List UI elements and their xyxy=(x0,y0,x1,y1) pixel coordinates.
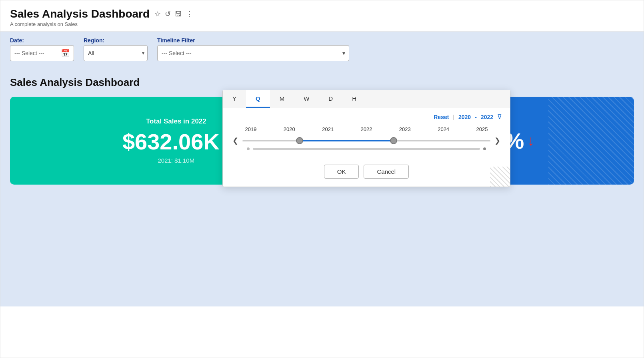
tab-D[interactable]: D xyxy=(319,90,342,108)
slider-left-arrow[interactable]: ❮ xyxy=(231,136,240,145)
slider-right-arrow[interactable]: ❯ xyxy=(493,136,502,145)
page-title: Sales Analysis Dashboard xyxy=(10,8,150,20)
year-2019: 2019 xyxy=(243,126,259,132)
ok-button[interactable]: OK xyxy=(324,165,359,179)
save-icon[interactable]: 🖫 xyxy=(175,10,182,18)
kpi-total-sales-sub: 2021: $1.10M xyxy=(158,157,194,164)
header-icons: ☆ ↺ 🖫 ⋮ xyxy=(154,10,193,18)
year-2022: 2022 xyxy=(358,126,374,132)
dashboard-section-title: Sales Analysis Dashboard xyxy=(10,76,634,89)
region-filter-label: Region: xyxy=(84,37,148,44)
kpi-percentage-arrow: ↓ xyxy=(527,132,534,149)
region-select-wrapper: All North South East West ▾ xyxy=(84,45,148,61)
kpi-total-sales-value-row: $632.06K ↓ xyxy=(122,129,230,155)
date-filter-group: Date: --- Select --- 📅 xyxy=(10,37,74,61)
slider-thumb-left[interactable] xyxy=(296,137,303,144)
slider-thumb-right[interactable] xyxy=(390,137,397,144)
region-filter-group: Region: All North South East West ▾ xyxy=(84,37,148,61)
filter-bar: Date: --- Select --- 📅 Region: All North… xyxy=(0,32,644,67)
range-control-row: Reset | 2020 - 2022 ⊽ xyxy=(223,108,510,122)
page-wrapper: Sales Analysis Dashboard ☆ ↺ 🖫 ⋮ A compl… xyxy=(0,0,644,358)
year-2020: 2020 xyxy=(281,126,297,132)
sub-dot-2 xyxy=(483,147,486,150)
popup-corner-pattern xyxy=(490,167,510,187)
year-2023: 2023 xyxy=(397,126,413,132)
timeline-popup: Y Q M W D H Reset | 2020 - 2022 ⊽ 2019 xyxy=(222,90,510,187)
header-subtitle: A complete analysis on Sales xyxy=(10,21,634,27)
diagonal-pattern xyxy=(548,97,634,185)
tab-H[interactable]: H xyxy=(342,90,366,108)
tab-W[interactable]: W xyxy=(294,90,319,108)
tab-M[interactable]: M xyxy=(270,90,294,108)
slider-track-wrapper[interactable] xyxy=(242,135,490,147)
period-tabs: Y Q M W D H xyxy=(223,90,510,108)
year-2021: 2021 xyxy=(320,126,336,132)
sub-track-bar xyxy=(253,148,480,150)
header: Sales Analysis Dashboard ☆ ↺ 🖫 ⋮ A compl… xyxy=(0,0,644,32)
year-2024: 2024 xyxy=(436,126,452,132)
cancel-button[interactable]: Cancel xyxy=(364,165,409,179)
range-separator: | xyxy=(453,114,454,120)
funnel-icon[interactable]: ⊽ xyxy=(497,113,502,121)
year-2025: 2025 xyxy=(474,126,490,132)
timeline-select[interactable]: --- Select --- Year Quarter Month Week D… xyxy=(157,45,349,61)
slider-track-row: ❮ ❯ xyxy=(231,135,502,147)
more-icon[interactable]: ⋮ xyxy=(186,10,193,18)
date-filter-placeholder: --- Select --- xyxy=(14,50,58,56)
range-display-start: 2020 xyxy=(458,114,471,120)
range-display-dash: - xyxy=(475,114,477,120)
sub-dot-1 xyxy=(247,147,250,150)
calendar-icon[interactable]: 📅 xyxy=(61,49,70,58)
slider-track-selected xyxy=(300,140,394,141)
range-reset-button[interactable]: Reset xyxy=(434,114,449,120)
timeline-filter-group: Timeline Filter --- Select --- Year Quar… xyxy=(157,37,349,61)
timeline-select-wrapper: --- Select --- Year Quarter Month Week D… xyxy=(157,45,349,61)
star-icon[interactable]: ☆ xyxy=(154,10,161,18)
range-display-end: 2022 xyxy=(481,114,493,120)
timeline-area: 2019 2020 2021 2022 2023 2024 2025 ❮ xyxy=(223,122,510,158)
kpi-total-sales-value: $632.06K xyxy=(122,129,220,155)
timeline-years: 2019 2020 2021 2022 2023 2024 2025 xyxy=(231,126,502,135)
date-filter-input[interactable]: --- Select --- 📅 xyxy=(10,45,74,61)
sub-slider-row xyxy=(231,147,502,150)
main-content: Sales Analysis Dashboard Total Sales in … xyxy=(0,67,644,306)
refresh-icon[interactable]: ↺ xyxy=(165,10,171,18)
kpi-total-sales-title: Total Sales in 2022 xyxy=(146,117,206,125)
timeline-filter-label: Timeline Filter xyxy=(157,37,349,44)
tab-Y[interactable]: Y xyxy=(223,90,246,108)
date-filter-label: Date: xyxy=(10,37,74,44)
tab-Q[interactable]: Q xyxy=(246,90,270,108)
region-select[interactable]: All North South East West xyxy=(84,45,148,61)
popup-actions: OK Cancel xyxy=(223,158,510,187)
